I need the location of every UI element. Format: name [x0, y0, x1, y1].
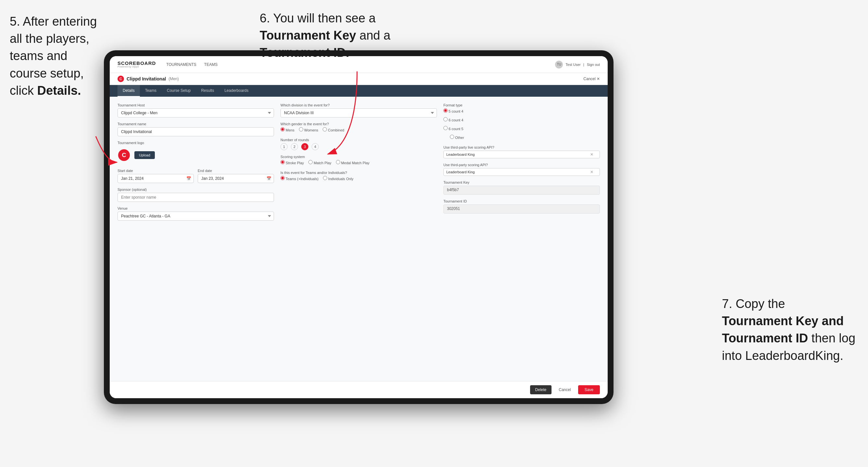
header-cancel-btn[interactable]: Cancel ✕	[583, 76, 600, 81]
user-name: Test User	[565, 63, 580, 66]
clippd-logo-big: C	[118, 149, 130, 161]
form-grid: Tournament Host Clippd College - Men Tou…	[118, 103, 600, 221]
third-party-1-select-wrapper: Leaderboard King ✕	[443, 151, 600, 158]
third-party-2-clear-btn[interactable]: ✕	[590, 170, 593, 174]
tab-details[interactable]: Details	[118, 85, 140, 97]
tournament-host-select[interactable]: Clippd College - Men	[118, 108, 274, 118]
division-label: Which division is the event for?	[280, 103, 437, 107]
tournament-header: C Clippd Invitational (Men) Cancel ✕	[110, 73, 608, 85]
format-6count4[interactable]: 6 count 4	[443, 117, 600, 122]
round-3[interactable]: 3	[301, 143, 308, 150]
tournament-host-label: Tournament Host	[118, 103, 274, 107]
gender-mens-option[interactable]: Mens	[280, 127, 294, 132]
gender-mens-label: Mens	[286, 128, 294, 132]
annotation-left-text: 5. After entering all the players, teams…	[10, 14, 97, 97]
third-party-1-label: Use third-party live scoring API?	[443, 145, 600, 149]
tab-course-setup[interactable]: Course Setup	[162, 85, 196, 97]
save-button[interactable]: Save	[578, 385, 600, 394]
round-4[interactable]: 4	[312, 143, 319, 150]
annotation-bottom-right-text: 7. Copy the Tournament Key and Tournamen…	[722, 297, 855, 363]
teams-radio-group: Teams (+Individuals) Individuals Only	[280, 176, 437, 182]
tournament-name-text: Clippd Invitational	[127, 76, 166, 82]
scoring-match-label: Match Play	[314, 161, 331, 165]
venue-select[interactable]: Peachtree GC - Atlanta - GA	[118, 212, 274, 221]
rounds-label: Number of rounds	[280, 138, 437, 142]
third-party-1-select[interactable]: Leaderboard King	[443, 151, 600, 158]
gender-label: Which gender is the event for?	[280, 122, 437, 126]
third-party-1-clear-btn[interactable]: ✕	[590, 152, 593, 157]
scoring-radio-group: Stroke Play Match Play Medal Match Play	[280, 160, 437, 166]
teams-individuals-only-option[interactable]: Individuals Only	[323, 176, 353, 181]
annotation-bottom-right: 7. Copy the Tournament Key and Tournamen…	[722, 295, 858, 365]
start-date-input[interactable]	[118, 174, 194, 183]
tournament-gender-text: (Men)	[168, 76, 179, 81]
division-select[interactable]: NCAA Division III	[280, 108, 437, 118]
gender-womens-option[interactable]: Womens	[299, 127, 318, 132]
clippd-icon: C	[118, 75, 124, 82]
third-party-1-group: Use third-party live scoring API? Leader…	[443, 145, 600, 158]
venue-label: Venue	[118, 207, 274, 210]
scoring-match-option[interactable]: Match Play	[308, 160, 331, 165]
format-6count5-label: 6 count 5	[448, 127, 463, 131]
scoring-medal-option[interactable]: Medal Match Play	[336, 160, 370, 165]
tournament-id-label: Tournament ID	[443, 199, 600, 203]
format-type-label: Format type	[443, 103, 600, 107]
round-2[interactable]: 2	[291, 143, 298, 150]
third-party-2-select[interactable]: Leaderboard King	[443, 168, 600, 176]
scoring-medal-label: Medal Match Play	[341, 161, 369, 165]
scoreboard-logo: SCOREBOARD Powered by clippd	[118, 61, 156, 68]
cancel-button[interactable]: Cancel	[555, 385, 575, 394]
tournament-logo-group: Tournament logo C Upload	[118, 141, 274, 164]
logo-sub-text: Powered by clippd	[118, 66, 156, 68]
rounds-group: Number of rounds 1 2 3 4	[280, 138, 437, 150]
upload-button[interactable]: Upload	[134, 151, 155, 159]
end-date-group: End date 📅	[198, 169, 274, 183]
end-date-wrapper: 📅	[198, 174, 274, 183]
format-other-label: Other	[455, 136, 464, 139]
format-type-group: Format type 5 count 4 6 count 4	[443, 103, 600, 141]
nav-tournaments[interactable]: TOURNAMENTS	[166, 62, 196, 67]
tournament-key-label: Tournament Key	[443, 181, 600, 184]
tournament-name-input[interactable]	[118, 127, 274, 136]
third-party-2-select-wrapper: Leaderboard King ✕	[443, 168, 600, 176]
annotation-top-text: 6. You will then see a Tournament Key an…	[260, 11, 391, 59]
tablet-screen: SCOREBOARD Powered by clippd TOURNAMENTS…	[110, 56, 608, 398]
sponsor-input[interactable]	[118, 193, 274, 202]
teams-label: Is this event for Teams and/or Individua…	[280, 171, 437, 175]
scoring-stroke-option[interactable]: Stroke Play	[280, 160, 304, 165]
scoring-label: Scoring system	[280, 155, 437, 159]
format-other[interactable]: Other	[450, 135, 600, 139]
gender-combined-option[interactable]: Combined	[323, 127, 344, 132]
bottom-bar: Delete Cancel Save	[110, 381, 608, 398]
format-5count4[interactable]: 5 count 4	[443, 108, 600, 113]
teams-group: Is this event for Teams and/or Individua…	[280, 171, 437, 182]
logo-main-text: SCOREBOARD	[118, 61, 156, 66]
tournament-logo-label: Tournament logo	[118, 141, 274, 145]
start-date-calendar-icon: 📅	[186, 176, 191, 181]
main-content: Tournament Host Clippd College - Men Tou…	[110, 97, 608, 381]
tab-leaderboards[interactable]: Leaderboards	[219, 85, 253, 97]
delete-button[interactable]: Delete	[530, 385, 552, 394]
third-party-2-label: Use third-party scoring API?	[443, 163, 600, 167]
nav-right: TU Test User | Sign out	[555, 61, 600, 68]
tabs-bar: Details Teams Course Setup Results Leade…	[110, 85, 608, 97]
start-date-wrapper: 📅	[118, 174, 194, 183]
scoring-group: Scoring system Stroke Play Match Play	[280, 155, 437, 166]
third-party-2-group: Use third-party scoring API? Leaderboard…	[443, 163, 600, 176]
gender-group: Which gender is the event for? Mens Wome…	[280, 122, 437, 133]
logo-upload-area: C Upload	[118, 146, 274, 164]
tab-results[interactable]: Results	[196, 85, 219, 97]
format-6count5[interactable]: 6 count 5	[443, 126, 600, 131]
round-1[interactable]: 1	[280, 143, 288, 150]
tournament-key-group: Tournament Key b4f5b7	[443, 181, 600, 195]
nav-teams[interactable]: TEAMS	[204, 62, 217, 67]
end-date-input[interactable]	[198, 174, 274, 183]
tournament-title-row: C Clippd Invitational (Men)	[118, 75, 179, 82]
annotation-left: 5. After entering all the players, teams…	[10, 13, 97, 99]
end-date-calendar-icon: 📅	[267, 176, 271, 181]
form-col-1: Tournament Host Clippd College - Men Tou…	[118, 103, 274, 221]
tab-teams[interactable]: Teams	[140, 85, 162, 97]
annotation-top: 6. You will then see a Tournament Key an…	[260, 10, 448, 62]
teams-plus-individuals-option[interactable]: Teams (+Individuals)	[280, 176, 318, 181]
sign-out-link[interactable]: Sign out	[587, 63, 600, 66]
